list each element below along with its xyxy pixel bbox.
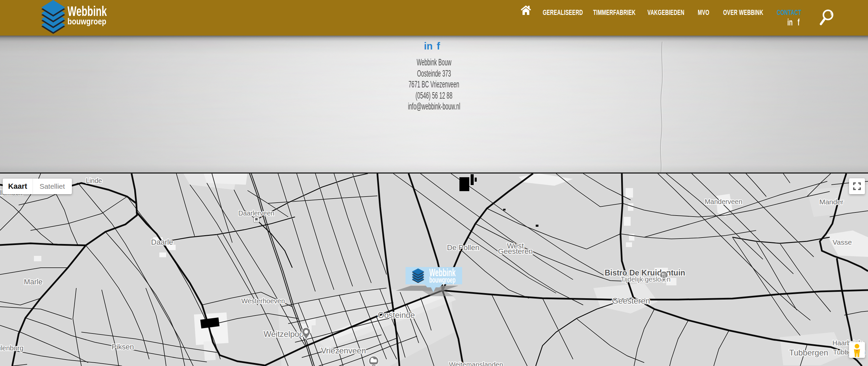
svg-text:Marle: Marle: [24, 278, 42, 286]
svg-text:Geesteren: Geesteren: [498, 247, 533, 256]
svg-text:Vriezenveen: Vriezenveen: [321, 346, 366, 355]
svg-text:uilenburg: uilenburg: [0, 344, 23, 352]
svg-text:Manderveen: Manderveen: [705, 198, 742, 205]
svg-text:Daarlerveen: Daarlerveen: [238, 209, 274, 217]
svg-text:Tubbergen: Tubbergen: [789, 348, 828, 357]
svg-text:Mander: Mander: [819, 198, 843, 206]
svg-text:De Pollen: De Pollen: [447, 243, 479, 252]
svg-text:Piksen: Piksen: [112, 343, 134, 351]
svg-text:Westerhoeven: Westerhoeven: [241, 297, 285, 305]
svg-text:Linde: Linde: [86, 177, 102, 184]
svg-text:Oosteinde: Oosteinde: [378, 310, 415, 320]
svg-text:Weitemanslanden: Weitemanslanden: [449, 361, 503, 366]
svg-text:Vasse: Vasse: [833, 238, 852, 246]
svg-text:bouwgroep: bouwgroep: [429, 275, 456, 284]
svg-text:Daarle: Daarle: [151, 238, 173, 246]
svg-text:Geesteren: Geesteren: [612, 296, 650, 305]
